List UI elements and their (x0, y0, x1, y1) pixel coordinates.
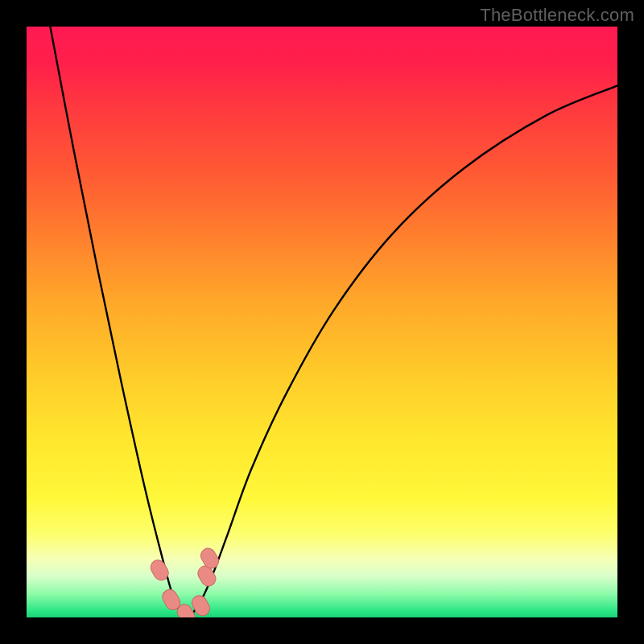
chart-frame: TheBottleneck.com (0, 0, 644, 644)
curve-markers (148, 546, 221, 617)
bottleneck-curve (50, 27, 617, 617)
plot-area (27, 27, 617, 617)
bottleneck-curve-svg (27, 27, 617, 617)
watermark-text: TheBottleneck.com (480, 5, 634, 26)
